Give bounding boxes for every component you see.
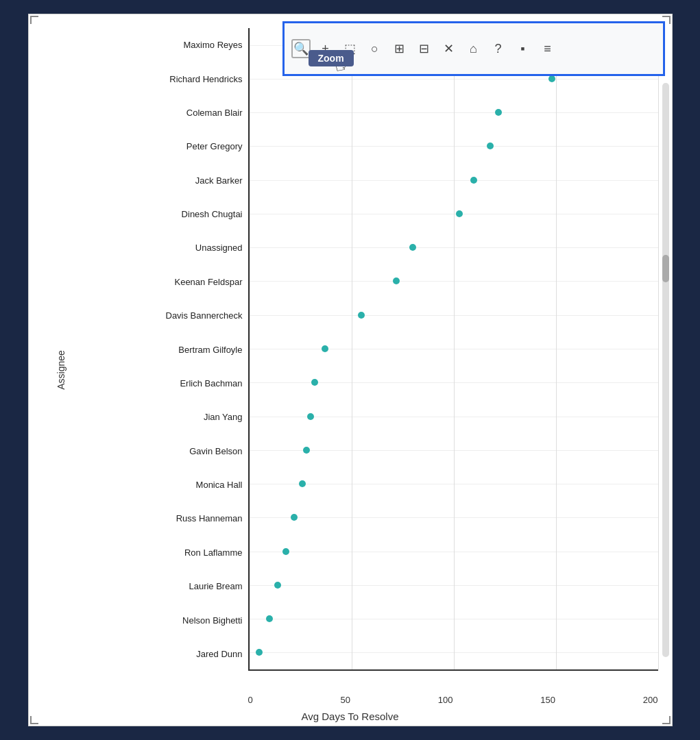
assignee-label: Bertram Gilfoyle [90,332,248,366]
x-axis-tick: 150 [540,695,555,705]
data-dot [291,514,298,521]
data-dot [311,379,318,386]
scrollbar-right[interactable] [662,83,669,657]
data-dot [303,447,310,454]
assignee-label: Gavin Belson [90,434,248,468]
assignee-label: Laurie Bream [90,569,248,603]
corner-bracket-br [662,716,671,724]
assignee-label: Jack Barker [90,164,248,197]
help-icon[interactable]: ? [489,39,508,58]
data-dot [299,480,306,487]
data-dot [266,615,273,622]
data-dot [487,143,494,149]
close-icon[interactable]: ✕ [439,39,459,58]
grid-line-vertical [352,28,352,669]
grid-line-vertical [556,28,557,669]
x-axis-tick: 0 [248,695,253,705]
zoom-icon[interactable]: 🔍 [291,39,311,58]
x-axis-tick: 200 [643,695,658,705]
data-dot [495,109,502,116]
data-dot [358,312,365,319]
assignee-label: Nelson Bighetti [90,603,248,637]
data-dot [322,345,328,352]
data-dot [456,210,463,217]
assignee-label: Ron Laflamme [90,536,248,569]
assignee-label: Russ Hanneman [90,502,248,535]
minus-icon[interactable]: ⊟ [415,39,434,58]
data-dot [282,548,289,555]
data-dot [307,413,314,420]
toolbar: 🔍 + ⬚ ○ ⊞ ⊟ ✕ ⌂ ? ▪ ≡ [282,21,665,76]
lasso-icon[interactable]: ○ [365,39,385,58]
zoom-tooltip: Zoom [309,50,354,66]
grid-line-vertical [658,28,659,669]
assignee-label: Davis Bannercheck [90,299,248,332]
data-dot [256,649,263,656]
assignee-label: Keenan Feldspar [90,265,248,299]
chart-container: 🔍 + ⬚ ○ ⊞ ⊟ ✕ ⌂ ? ▪ ≡ Zoom ☞ Assignee Ma… [28,14,673,726]
scrollbar-thumb[interactable] [662,255,669,282]
assignee-label: Jian Yang [90,400,248,434]
assignee-label: Erlich Bachman [90,367,248,400]
menu-icon[interactable]: ≡ [538,39,557,58]
y-axis-label: Assignee [55,350,66,390]
corner-bracket-tl [30,16,38,24]
assignee-label: Richard Hendricks [90,62,248,95]
data-dot [393,278,400,284]
grid-line-vertical [454,28,455,669]
assignee-label: Maximo Reyes [90,28,248,62]
x-axis-tick: 50 [341,695,350,705]
data-dot [274,582,281,589]
x-axis-labels: 050100150200 [248,695,658,705]
assignee-label: Monica Hall [90,468,248,502]
data-dot [409,244,416,251]
corner-bracket-bl [30,716,38,724]
assignee-label: Coleman Blair [90,96,248,130]
x-axis-tick: 100 [438,695,453,705]
assignee-label: Jared Dunn [90,637,248,671]
x-axis-title: Avg Days To Resolve [301,711,398,722]
data-dot [470,177,477,184]
assignee-label: Dinesh Chugtai [90,197,248,231]
data-dot [548,75,555,82]
plus-icon[interactable]: ⊞ [390,39,409,58]
fill-icon[interactable]: ▪ [514,39,533,58]
grid-line-vertical [250,28,250,669]
home-icon[interactable]: ⌂ [464,39,483,58]
assignee-label: Unassigned [90,231,248,264]
assignee-label: Peter Gregory [90,130,248,163]
assignee-labels: Maximo ReyesRichard HendricksColeman Bla… [90,28,248,671]
plot-area [248,28,658,671]
